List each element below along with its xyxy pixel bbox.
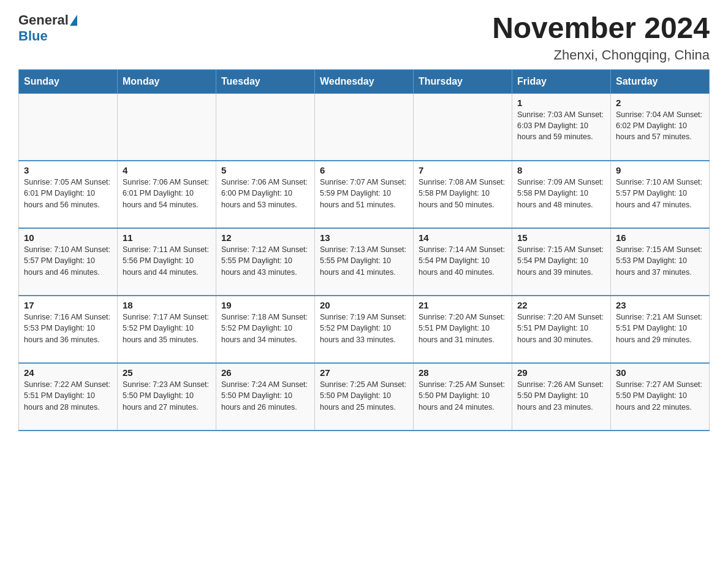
day-info: Sunrise: 7:18 AM Sunset: 5:52 PM Dayligh… <box>221 312 309 345</box>
col-saturday: Saturday <box>611 69 710 93</box>
day-info: Sunrise: 7:17 AM Sunset: 5:52 PM Dayligh… <box>123 312 211 345</box>
calendar-cell: 20Sunrise: 7:19 AM Sunset: 5:52 PM Dayli… <box>315 296 414 363</box>
day-info: Sunrise: 7:03 AM Sunset: 6:03 PM Dayligh… <box>517 109 605 142</box>
calendar-week-2: 3Sunrise: 7:05 AM Sunset: 6:01 PM Daylig… <box>19 161 710 228</box>
day-info: Sunrise: 7:21 AM Sunset: 5:51 PM Dayligh… <box>616 312 704 345</box>
calendar-cell <box>315 93 414 161</box>
title-section: November 2024 Zhenxi, Chongqing, China <box>492 12 710 63</box>
calendar-cell: 3Sunrise: 7:05 AM Sunset: 6:01 PM Daylig… <box>19 161 118 228</box>
day-number: 29 <box>517 367 605 378</box>
day-number: 15 <box>517 232 605 243</box>
calendar-cell: 5Sunrise: 7:06 AM Sunset: 6:00 PM Daylig… <box>216 161 315 228</box>
calendar-cell: 1Sunrise: 7:03 AM Sunset: 6:03 PM Daylig… <box>512 93 611 161</box>
col-sunday: Sunday <box>19 69 118 93</box>
calendar-cell: 4Sunrise: 7:06 AM Sunset: 6:01 PM Daylig… <box>118 161 216 228</box>
logo-blue-text: Blue <box>18 28 48 44</box>
day-number: 5 <box>221 165 309 175</box>
calendar-cell: 8Sunrise: 7:09 AM Sunset: 5:58 PM Daylig… <box>512 161 611 228</box>
day-info: Sunrise: 7:10 AM Sunset: 5:57 PM Dayligh… <box>24 244 112 277</box>
day-info: Sunrise: 7:15 AM Sunset: 5:53 PM Dayligh… <box>616 244 704 277</box>
calendar-cell: 13Sunrise: 7:13 AM Sunset: 5:55 PM Dayli… <box>315 228 414 296</box>
day-number: 3 <box>24 165 112 175</box>
calendar-cell: 7Sunrise: 7:08 AM Sunset: 5:58 PM Daylig… <box>414 161 512 228</box>
calendar-cell: 2Sunrise: 7:04 AM Sunset: 6:02 PM Daylig… <box>611 93 710 161</box>
calendar-cell: 22Sunrise: 7:20 AM Sunset: 5:51 PM Dayli… <box>512 296 611 363</box>
day-info: Sunrise: 7:26 AM Sunset: 5:50 PM Dayligh… <box>517 379 605 412</box>
day-number: 23 <box>616 300 704 310</box>
calendar-week-1: 1Sunrise: 7:03 AM Sunset: 6:03 PM Daylig… <box>19 93 710 161</box>
calendar-cell: 15Sunrise: 7:15 AM Sunset: 5:54 PM Dayli… <box>512 228 611 296</box>
calendar-cell: 26Sunrise: 7:24 AM Sunset: 5:50 PM Dayli… <box>216 363 315 431</box>
day-number: 13 <box>320 232 408 243</box>
day-number: 1 <box>517 98 605 108</box>
col-tuesday: Tuesday <box>216 69 315 93</box>
day-info: Sunrise: 7:20 AM Sunset: 5:51 PM Dayligh… <box>419 312 507 345</box>
calendar-cell: 10Sunrise: 7:10 AM Sunset: 5:57 PM Dayli… <box>19 228 118 296</box>
day-number: 22 <box>517 300 605 310</box>
day-number: 16 <box>616 232 704 243</box>
calendar-cell: 12Sunrise: 7:12 AM Sunset: 5:55 PM Dayli… <box>216 228 315 296</box>
day-info: Sunrise: 7:19 AM Sunset: 5:52 PM Dayligh… <box>320 312 408 345</box>
day-number: 27 <box>320 367 408 378</box>
day-info: Sunrise: 7:20 AM Sunset: 5:51 PM Dayligh… <box>517 312 605 345</box>
calendar-cell: 30Sunrise: 7:27 AM Sunset: 5:50 PM Dayli… <box>611 363 710 431</box>
day-info: Sunrise: 7:08 AM Sunset: 5:58 PM Dayligh… <box>419 177 507 210</box>
calendar-week-5: 24Sunrise: 7:22 AM Sunset: 5:51 PM Dayli… <box>19 363 710 431</box>
col-wednesday: Wednesday <box>315 69 414 93</box>
logo: General Blue <box>18 12 77 44</box>
calendar-cell: 23Sunrise: 7:21 AM Sunset: 5:51 PM Dayli… <box>611 296 710 363</box>
day-number: 24 <box>24 367 112 378</box>
day-info: Sunrise: 7:22 AM Sunset: 5:51 PM Dayligh… <box>24 379 112 412</box>
calendar-cell: 29Sunrise: 7:26 AM Sunset: 5:50 PM Dayli… <box>512 363 611 431</box>
calendar-cell: 11Sunrise: 7:11 AM Sunset: 5:56 PM Dayli… <box>118 228 216 296</box>
day-info: Sunrise: 7:12 AM Sunset: 5:55 PM Dayligh… <box>221 244 309 277</box>
calendar-cell <box>216 93 315 161</box>
col-monday: Monday <box>118 69 216 93</box>
calendar-table: Sunday Monday Tuesday Wednesday Thursday… <box>18 69 710 432</box>
day-number: 21 <box>419 300 507 310</box>
col-thursday: Thursday <box>414 69 512 93</box>
calendar-cell: 28Sunrise: 7:25 AM Sunset: 5:50 PM Dayli… <box>414 363 512 431</box>
calendar-header: Sunday Monday Tuesday Wednesday Thursday… <box>19 69 710 93</box>
logo-triangle-icon <box>70 15 77 26</box>
day-number: 10 <box>24 232 112 243</box>
month-title: November 2024 <box>492 12 710 45</box>
day-number: 25 <box>123 367 211 378</box>
day-number: 17 <box>24 300 112 310</box>
calendar-cell: 27Sunrise: 7:25 AM Sunset: 5:50 PM Dayli… <box>315 363 414 431</box>
day-number: 18 <box>123 300 211 310</box>
calendar-cell: 18Sunrise: 7:17 AM Sunset: 5:52 PM Dayli… <box>118 296 216 363</box>
day-number: 6 <box>320 165 408 175</box>
calendar-cell: 14Sunrise: 7:14 AM Sunset: 5:54 PM Dayli… <box>414 228 512 296</box>
logo-general-text: General <box>18 12 69 28</box>
calendar-cell: 24Sunrise: 7:22 AM Sunset: 5:51 PM Dayli… <box>19 363 118 431</box>
day-number: 28 <box>419 367 507 378</box>
day-info: Sunrise: 7:25 AM Sunset: 5:50 PM Dayligh… <box>419 379 507 412</box>
day-info: Sunrise: 7:16 AM Sunset: 5:53 PM Dayligh… <box>24 312 112 345</box>
day-number: 14 <box>419 232 507 243</box>
day-info: Sunrise: 7:10 AM Sunset: 5:57 PM Dayligh… <box>616 177 704 210</box>
calendar-cell: 9Sunrise: 7:10 AM Sunset: 5:57 PM Daylig… <box>611 161 710 228</box>
day-info: Sunrise: 7:27 AM Sunset: 5:50 PM Dayligh… <box>616 379 704 412</box>
day-number: 8 <box>517 165 605 175</box>
calendar-cell <box>414 93 512 161</box>
day-number: 7 <box>419 165 507 175</box>
location-text: Zhenxi, Chongqing, China <box>492 47 710 63</box>
day-info: Sunrise: 7:05 AM Sunset: 6:01 PM Dayligh… <box>24 177 112 210</box>
day-info: Sunrise: 7:07 AM Sunset: 5:59 PM Dayligh… <box>320 177 408 210</box>
day-number: 12 <box>221 232 309 243</box>
day-info: Sunrise: 7:14 AM Sunset: 5:54 PM Dayligh… <box>419 244 507 277</box>
col-friday: Friday <box>512 69 611 93</box>
calendar-cell: 17Sunrise: 7:16 AM Sunset: 5:53 PM Dayli… <box>19 296 118 363</box>
day-number: 20 <box>320 300 408 310</box>
day-number: 9 <box>616 165 704 175</box>
calendar-cell: 16Sunrise: 7:15 AM Sunset: 5:53 PM Dayli… <box>611 228 710 296</box>
calendar-cell: 25Sunrise: 7:23 AM Sunset: 5:50 PM Dayli… <box>118 363 216 431</box>
day-number: 11 <box>123 232 211 243</box>
calendar-cell: 19Sunrise: 7:18 AM Sunset: 5:52 PM Dayli… <box>216 296 315 363</box>
day-info: Sunrise: 7:23 AM Sunset: 5:50 PM Dayligh… <box>123 379 211 412</box>
calendar-body: 1Sunrise: 7:03 AM Sunset: 6:03 PM Daylig… <box>19 93 710 431</box>
day-info: Sunrise: 7:04 AM Sunset: 6:02 PM Dayligh… <box>616 109 704 142</box>
day-info: Sunrise: 7:24 AM Sunset: 5:50 PM Dayligh… <box>221 379 309 412</box>
day-info: Sunrise: 7:11 AM Sunset: 5:56 PM Dayligh… <box>123 244 211 277</box>
